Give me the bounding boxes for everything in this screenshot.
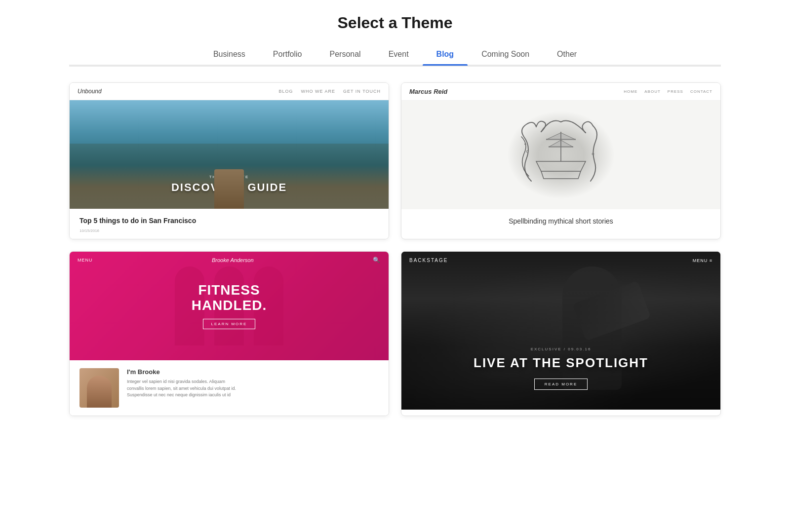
backstage-concert-title: LIVE AT THE SPOTLIGHT (401, 355, 720, 371)
theme-preview-marcus: Marcus Reid HOME ABOUT PRESS CONTACT (401, 83, 720, 233)
unbound-card-date: 10/15/2016 (79, 228, 379, 233)
tab-other[interactable]: Other (543, 44, 591, 65)
backstage-nav: BACKSTAGE MENU ≡ (401, 252, 720, 269)
unbound-card-title: Top 5 things to do in San Francisco (79, 217, 379, 225)
unbound-nav-link-3: GET IN TOUCH (343, 89, 381, 94)
backstage-brand: BACKSTAGE (409, 258, 448, 263)
brooke-brand: Brooke Anderson (212, 257, 254, 263)
brooke-card-bio: Integer vel sapien id nisi gravida sodal… (127, 379, 236, 399)
tab-portfolio[interactable]: Portfolio (259, 44, 316, 65)
marcus-brand: Marcus Reid (409, 88, 447, 95)
marcus-hero-image (401, 101, 720, 209)
backstage-read-more: READ MORE (534, 379, 588, 390)
unbound-hero-overlay: THE ULTIMATE DISCOVERY GUIDE (171, 175, 287, 194)
brooke-hero-line1: FITNESS (192, 283, 267, 298)
brooke-menu: MENU (78, 258, 93, 263)
unbound-nav-link-1: BLOG (278, 89, 293, 94)
marcus-nav-link-1: HOME (624, 89, 637, 94)
tab-event[interactable]: Event (375, 44, 423, 65)
brooke-hero-main: FITNESS HANDLED. (192, 283, 267, 313)
brooke-hero-text: FITNESS HANDLED. LEARN MORE (192, 283, 267, 330)
marcus-nav-link-2: ABOUT (644, 89, 661, 94)
brooke-card-text: I'm Brooke Integer vel sapien id nisi gr… (127, 368, 236, 399)
theme-card-unbound[interactable]: Unbound BLOG WHO WE ARE GET IN TOUCH THE… (69, 82, 389, 239)
marcus-nav-link-4: CONTACT (690, 89, 712, 94)
tab-blog[interactable]: Blog (423, 44, 468, 65)
marcus-nav-link-3: PRESS (668, 89, 683, 94)
unbound-hero-subtitle: THE ULTIMATE (171, 175, 287, 179)
themes-grid: Unbound BLOG WHO WE ARE GET IN TOUCH THE… (69, 82, 721, 416)
backstage-hero-overlay: EXCLUSIVE / 09.03.16 LIVE AT THE SPOTLIG… (401, 347, 720, 390)
tab-divider (69, 66, 721, 67)
brooke-nav: MENU Brooke Anderson 🔍 (70, 252, 389, 268)
marcus-nav: Marcus Reid HOME ABOUT PRESS CONTACT (401, 83, 720, 101)
unbound-hero-title: DISCOVERY GUIDE (171, 181, 287, 194)
backstage-hero-image: BACKSTAGE MENU ≡ EXCLUSIVE / 09.03.16 LI… (401, 252, 720, 410)
unbound-nav: Unbound BLOG WHO WE ARE GET IN TOUCH (70, 83, 389, 100)
theme-card-backstage[interactable]: BACKSTAGE MENU ≡ EXCLUSIVE / 09.03.16 LI… (401, 251, 721, 416)
brooke-card-body: I'm Brooke Integer vel sapien id nisi gr… (70, 360, 389, 416)
theme-preview-backstage: BACKSTAGE MENU ≡ EXCLUSIVE / 09.03.16 LI… (401, 252, 720, 410)
page-header: Select a Theme Business Portfolio Person… (69, 0, 721, 66)
tab-business[interactable]: Business (199, 44, 259, 65)
theme-card-marcus[interactable]: Marcus Reid HOME ABOUT PRESS CONTACT (401, 82, 721, 239)
marcus-nav-links: HOME ABOUT PRESS CONTACT (624, 89, 712, 94)
theme-tabs: Business Portfolio Personal Event Blog C… (69, 44, 721, 66)
brooke-hero-line2: HANDLED. (192, 298, 267, 313)
theme-card-brooke[interactable]: MENU Brooke Anderson 🔍 FITNESS HANDLED. … (69, 251, 389, 416)
theme-preview-unbound: Unbound BLOG WHO WE ARE GET IN TOUCH THE… (70, 83, 389, 239)
backstage-menu: MENU ≡ (693, 258, 712, 263)
brooke-hero-btn: LEARN MORE (203, 319, 256, 329)
brooke-avatar (79, 368, 119, 408)
marcus-card-body: Spellbinding mythical short stories (401, 209, 720, 233)
unbound-card-body: Top 5 things to do in San Francisco 10/1… (70, 209, 389, 239)
brooke-search-icon: 🔍 (373, 257, 381, 264)
page-title: Select a Theme (69, 14, 721, 32)
brooke-hero-image: MENU Brooke Anderson 🔍 FITNESS HANDLED. … (70, 252, 389, 360)
brooke-card-name: I'm Brooke (127, 368, 236, 376)
tab-personal[interactable]: Personal (316, 44, 375, 65)
marcus-ship-sketch (516, 112, 605, 198)
unbound-brand: Unbound (78, 88, 102, 95)
theme-preview-brooke: MENU Brooke Anderson 🔍 FITNESS HANDLED. … (70, 252, 389, 416)
backstage-exclusive: EXCLUSIVE / 09.03.16 (401, 347, 720, 351)
marcus-card-title: Spellbinding mythical short stories (411, 217, 711, 225)
tab-coming-soon[interactable]: Coming Soon (468, 44, 543, 65)
unbound-nav-links: BLOG WHO WE ARE GET IN TOUCH (278, 89, 381, 94)
unbound-nav-link-2: WHO WE ARE (301, 89, 335, 94)
unbound-hero-image: THE ULTIMATE DISCOVERY GUIDE (70, 100, 389, 209)
